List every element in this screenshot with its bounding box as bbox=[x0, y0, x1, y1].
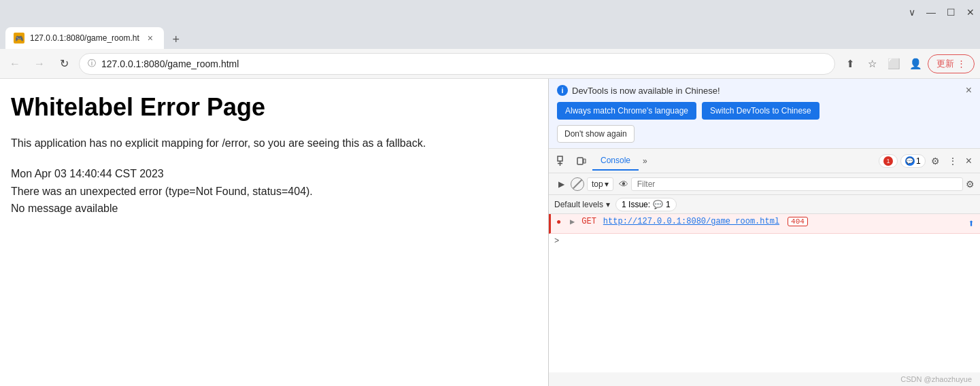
devtools-notification: i DevTools is now available in Chinese! … bbox=[549, 79, 980, 149]
address-bar[interactable]: ⓘ bbox=[79, 53, 835, 75]
share-icon: ⬆ bbox=[846, 58, 855, 70]
profile-button[interactable]: 👤 bbox=[906, 54, 925, 73]
error-description: This application has no explicit mapping… bbox=[11, 135, 537, 152]
console-prompt-arrow: > bbox=[554, 236, 559, 246]
profile-icon: 👤 bbox=[909, 58, 922, 70]
default-levels-label: Default levels bbox=[554, 200, 603, 209]
bookmark-button[interactable]: ☆ bbox=[862, 54, 881, 73]
default-levels-button[interactable]: Default levels ▾ bbox=[554, 200, 610, 209]
svg-rect-3 bbox=[577, 158, 583, 164]
expand-arrow[interactable]: ▶ bbox=[570, 217, 575, 227]
issues-count: 1 bbox=[666, 200, 671, 209]
context-chevron: ▾ bbox=[605, 179, 609, 189]
switch-chinese-button[interactable]: Switch DevTools to Chinese bbox=[702, 102, 820, 120]
timestamp: Mon Apr 03 14:40:44 CST 2023 bbox=[11, 165, 537, 183]
back-button[interactable]: ← bbox=[5, 54, 24, 73]
notification-close-button[interactable]: × bbox=[966, 84, 972, 96]
console-arrow-row: > bbox=[549, 234, 980, 249]
notification-header: i DevTools is now available in Chinese! … bbox=[557, 84, 972, 96]
maximize-icon[interactable]: ☐ bbox=[947, 7, 956, 17]
context-label: top bbox=[592, 179, 603, 189]
forward-icon: → bbox=[34, 58, 45, 70]
error-type: There was an unexpected error (type=Not … bbox=[11, 183, 537, 200]
devtools-settings-icon[interactable]: ⚙ bbox=[928, 153, 943, 169]
upload-icon[interactable]: ⬆ bbox=[968, 217, 975, 230]
update-label: 更新 bbox=[936, 58, 954, 70]
console-error-row: ● ▶ GET http://127.0.0.1:8080/game_room.… bbox=[549, 214, 980, 234]
devtools-status: 1 💬 1 ⚙ ⋮ × bbox=[879, 152, 975, 170]
devtools-more-menu-icon[interactable]: ⋮ bbox=[945, 153, 960, 169]
no-message: No message available bbox=[11, 200, 537, 217]
issues-button[interactable]: 1 Issue: 💬 1 bbox=[615, 198, 677, 211]
issues-label: 1 Issue: bbox=[622, 200, 650, 209]
window-controls: ∨ — ☐ ✕ bbox=[909, 7, 975, 17]
minimize-icon[interactable]: — bbox=[926, 7, 936, 17]
navigation-bar: ← → ↻ ⓘ ⬆ ☆ ⬜ 👤 更新 ⋮ bbox=[0, 49, 980, 79]
back-icon: ← bbox=[10, 58, 20, 70]
more-tabs-button[interactable]: » bbox=[639, 154, 652, 169]
watermark: CSDN @zhaozhuyue bbox=[549, 372, 980, 386]
tab-close-button[interactable]: × bbox=[145, 33, 156, 43]
levels-bar: Default levels ▾ 1 Issue: 💬 1 bbox=[549, 195, 980, 214]
split-screen-button[interactable]: ⬜ bbox=[884, 54, 903, 73]
tab-title: 127.0.0.1:8080/game_room.ht bbox=[30, 33, 139, 43]
browser-window: ∨ — ☐ ✕ 🎮 127.0.0.1:8080/game_room.ht × … bbox=[0, 0, 980, 386]
notification-text: DevTools is now available in Chinese! bbox=[572, 86, 720, 96]
eye-icon[interactable]: 👁 bbox=[619, 179, 628, 190]
status-code-badge: 404 bbox=[788, 217, 808, 226]
error-url[interactable]: http://127.0.0.1:8080/game_room.html bbox=[603, 217, 779, 226]
dont-show-button[interactable]: Don't show again bbox=[557, 125, 635, 143]
devtools-tabs: Console » bbox=[592, 152, 876, 171]
active-tab[interactable]: 🎮 127.0.0.1:8080/game_room.ht × bbox=[5, 27, 164, 49]
reload-button[interactable]: ↻ bbox=[54, 54, 73, 73]
nav-actions: ⬆ ☆ ⬜ 👤 更新 ⋮ bbox=[841, 54, 975, 73]
context-selector[interactable]: top ▾ bbox=[587, 177, 613, 191]
error-circle-icon: ● bbox=[556, 217, 566, 227]
reload-icon: ↻ bbox=[60, 57, 69, 70]
menu-dots-icon: ⋮ bbox=[957, 58, 966, 69]
levels-chevron: ▾ bbox=[606, 200, 610, 209]
split-icon: ⬜ bbox=[888, 58, 900, 70]
forward-button[interactable]: → bbox=[30, 54, 49, 73]
console-filter-input[interactable] bbox=[631, 177, 963, 191]
security-icon: ⓘ bbox=[88, 58, 96, 69]
tab-favicon: 🎮 bbox=[14, 33, 24, 43]
warning-count-icon: 💬 bbox=[905, 156, 915, 166]
error-details: Mon Apr 03 14:40:44 CST 2023 There was a… bbox=[11, 165, 537, 217]
page-content: Whitelabel Error Page This application h… bbox=[0, 79, 548, 386]
issues-icon: 💬 bbox=[653, 200, 663, 209]
warning-count: 1 bbox=[916, 156, 921, 166]
get-method-label: GET bbox=[581, 217, 596, 226]
devtools-panel: i DevTools is now available in Chinese! … bbox=[548, 79, 980, 386]
bookmark-icon: ☆ bbox=[868, 58, 877, 70]
error-badge: 1 bbox=[879, 154, 898, 168]
notification-buttons: Always match Chrome's language Switch De… bbox=[557, 102, 972, 120]
devtools-close-button[interactable]: × bbox=[963, 152, 975, 170]
warning-badge: 💬 1 bbox=[900, 154, 926, 168]
match-language-button[interactable]: Always match Chrome's language bbox=[557, 102, 696, 120]
console-toolbar: ▶ top ▾ 👁 ⚙ bbox=[549, 173, 980, 195]
inspect-element-icon[interactable] bbox=[554, 153, 571, 169]
error-title: Whitelabel Error Page bbox=[11, 92, 537, 122]
chevron-down-icon[interactable]: ∨ bbox=[909, 7, 915, 17]
close-icon[interactable]: ✕ bbox=[966, 7, 975, 17]
console-tab[interactable]: Console bbox=[592, 152, 639, 171]
info-icon: i bbox=[557, 85, 568, 96]
tab-bar: 🎮 127.0.0.1:8080/game_room.ht × + bbox=[0, 24, 980, 49]
console-settings-icon[interactable]: ⚙ bbox=[966, 179, 975, 190]
devtools-toolbar: Console » 1 💬 1 ⚙ ⋮ × bbox=[549, 149, 980, 173]
device-toolbar-icon[interactable] bbox=[573, 153, 590, 169]
url-input[interactable] bbox=[101, 58, 826, 69]
error-count-icon: 1 bbox=[883, 156, 893, 166]
svg-rect-0 bbox=[558, 156, 562, 161]
console-output: ● ▶ GET http://127.0.0.1:8080/game_room.… bbox=[549, 214, 980, 372]
clear-console-icon[interactable] bbox=[571, 177, 584, 191]
update-button[interactable]: 更新 ⋮ bbox=[928, 54, 975, 73]
title-bar: ∨ — ☐ ✕ bbox=[0, 0, 980, 24]
execute-icon[interactable]: ▶ bbox=[554, 177, 568, 191]
main-area: Whitelabel Error Page This application h… bbox=[0, 79, 980, 386]
svg-rect-4 bbox=[584, 159, 586, 163]
share-button[interactable]: ⬆ bbox=[841, 54, 860, 73]
new-tab-button[interactable]: + bbox=[167, 30, 186, 49]
